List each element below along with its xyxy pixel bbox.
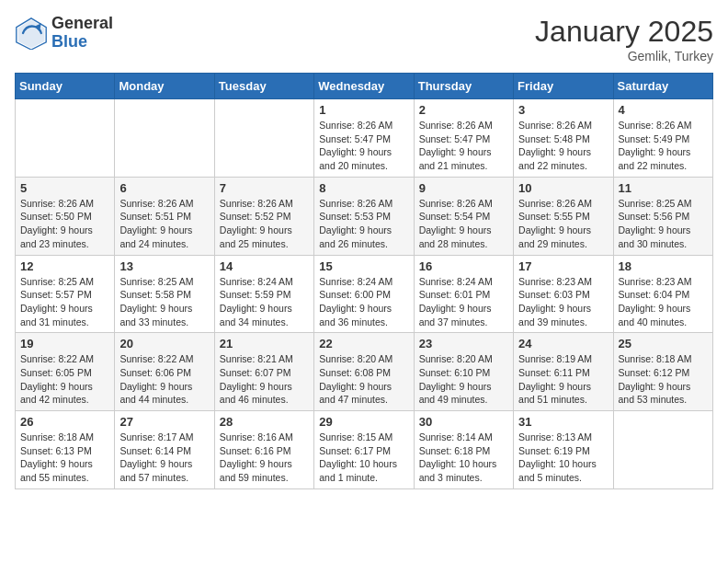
day-cell: 6Sunrise: 8:26 AMSunset: 5:51 PMDaylight…: [115, 177, 214, 255]
day-info: Sunrise: 8:26 AMSunset: 5:53 PMDaylight:…: [319, 197, 408, 251]
day-info: Sunrise: 8:23 AMSunset: 6:04 PMDaylight:…: [619, 275, 708, 329]
day-header-friday: Friday: [514, 74, 613, 99]
day-number: 8: [319, 181, 408, 195]
day-cell: 1Sunrise: 8:26 AMSunset: 5:47 PMDaylight…: [314, 99, 414, 178]
day-cell: [16, 99, 115, 178]
day-cell: 12Sunrise: 8:25 AMSunset: 5:57 PMDayligh…: [16, 255, 115, 333]
day-info: Sunrise: 8:20 AMSunset: 6:10 PMDaylight:…: [419, 352, 508, 407]
day-info: Sunrise: 8:20 AMSunset: 6:08 PMDaylight:…: [319, 352, 408, 407]
day-info: Sunrise: 8:26 AMSunset: 5:47 PMDaylight:…: [419, 119, 508, 173]
day-header-sunday: Sunday: [16, 74, 115, 99]
day-number: 17: [518, 259, 608, 273]
day-info: Sunrise: 8:25 AMSunset: 5:56 PMDaylight:…: [619, 197, 708, 251]
day-info: Sunrise: 8:26 AMSunset: 5:50 PMDaylight:…: [20, 197, 109, 251]
day-cell: 21Sunrise: 8:21 AMSunset: 6:07 PMDayligh…: [214, 333, 313, 411]
day-cell: 25Sunrise: 8:18 AMSunset: 6:12 PMDayligh…: [613, 333, 712, 411]
day-number: 13: [119, 259, 209, 273]
day-cell: 10Sunrise: 8:26 AMSunset: 5:55 PMDayligh…: [514, 177, 613, 255]
calendar-table: SundayMondayTuesdayWednesdayThursdayFrid…: [15, 73, 713, 489]
page-header: General Blue January 2025 Gemlik, Turkey: [15, 15, 713, 63]
day-cell: 24Sunrise: 8:19 AMSunset: 6:11 PMDayligh…: [514, 333, 613, 411]
title-block: January 2025 Gemlik, Turkey: [535, 15, 713, 63]
day-info: Sunrise: 8:26 AMSunset: 5:55 PMDaylight:…: [518, 197, 608, 251]
day-number: 7: [220, 181, 309, 195]
day-info: Sunrise: 8:24 AMSunset: 6:01 PMDaylight:…: [419, 275, 508, 329]
day-cell: 15Sunrise: 8:24 AMSunset: 6:00 PMDayligh…: [314, 255, 414, 333]
month-title: January 2025: [535, 15, 713, 49]
day-number: 18: [619, 259, 708, 273]
day-info: Sunrise: 8:21 AMSunset: 6:07 PMDaylight:…: [220, 352, 309, 407]
day-cell: 16Sunrise: 8:24 AMSunset: 6:01 PMDayligh…: [414, 255, 513, 333]
day-number: 1: [319, 103, 408, 117]
day-number: 20: [119, 337, 209, 350]
day-header-monday: Monday: [115, 74, 214, 99]
week-row-5: 26Sunrise: 8:18 AMSunset: 6:13 PMDayligh…: [16, 411, 713, 489]
day-cell: 18Sunrise: 8:23 AMSunset: 6:04 PMDayligh…: [613, 255, 712, 333]
day-info: Sunrise: 8:15 AMSunset: 6:17 PMDaylight:…: [319, 431, 408, 485]
day-cell: 8Sunrise: 8:26 AMSunset: 5:53 PMDaylight…: [314, 177, 414, 255]
week-row-2: 5Sunrise: 8:26 AMSunset: 5:50 PMDaylight…: [16, 177, 713, 255]
day-cell: 29Sunrise: 8:15 AMSunset: 6:17 PMDayligh…: [314, 411, 414, 489]
day-number: 22: [319, 337, 408, 350]
day-cell: 9Sunrise: 8:26 AMSunset: 5:54 PMDaylight…: [414, 177, 513, 255]
day-number: 25: [619, 337, 708, 350]
day-header-saturday: Saturday: [613, 74, 712, 99]
day-info: Sunrise: 8:22 AMSunset: 6:05 PMDaylight:…: [20, 352, 109, 407]
day-cell: 17Sunrise: 8:23 AMSunset: 6:03 PMDayligh…: [514, 255, 613, 333]
day-info: Sunrise: 8:26 AMSunset: 5:47 PMDaylight:…: [319, 119, 408, 173]
day-cell: 14Sunrise: 8:24 AMSunset: 5:59 PMDayligh…: [214, 255, 313, 333]
location: Gemlik, Turkey: [535, 49, 713, 63]
day-cell: 31Sunrise: 8:13 AMSunset: 6:19 PMDayligh…: [514, 411, 613, 489]
day-number: 24: [518, 337, 608, 350]
day-cell: 19Sunrise: 8:22 AMSunset: 6:05 PMDayligh…: [16, 333, 115, 411]
day-number: 5: [20, 181, 109, 195]
day-info: Sunrise: 8:24 AMSunset: 5:59 PMDaylight:…: [220, 275, 309, 329]
day-number: 3: [518, 103, 608, 117]
week-row-4: 19Sunrise: 8:22 AMSunset: 6:05 PMDayligh…: [16, 333, 713, 411]
day-number: 28: [220, 415, 309, 429]
logo-blue: Blue: [51, 33, 113, 52]
week-row-1: 1Sunrise: 8:26 AMSunset: 5:47 PMDaylight…: [16, 99, 713, 178]
day-number: 11: [619, 181, 708, 195]
day-cell: 11Sunrise: 8:25 AMSunset: 5:56 PMDayligh…: [613, 177, 712, 255]
day-cell: 7Sunrise: 8:26 AMSunset: 5:52 PMDaylight…: [214, 177, 313, 255]
day-cell: [115, 99, 214, 178]
day-info: Sunrise: 8:18 AMSunset: 6:12 PMDaylight:…: [619, 352, 708, 407]
week-row-3: 12Sunrise: 8:25 AMSunset: 5:57 PMDayligh…: [16, 255, 713, 333]
day-info: Sunrise: 8:26 AMSunset: 5:49 PMDaylight:…: [619, 119, 708, 173]
day-header-tuesday: Tuesday: [214, 74, 313, 99]
day-info: Sunrise: 8:14 AMSunset: 6:18 PMDaylight:…: [419, 431, 508, 485]
day-cell: 30Sunrise: 8:14 AMSunset: 6:18 PMDayligh…: [414, 411, 513, 489]
day-number: 19: [20, 337, 109, 350]
day-number: 27: [119, 415, 209, 429]
day-number: 21: [220, 337, 309, 350]
day-number: 26: [20, 415, 109, 429]
day-number: 10: [518, 181, 608, 195]
day-number: 30: [419, 415, 508, 429]
day-cell: 5Sunrise: 8:26 AMSunset: 5:50 PMDaylight…: [16, 177, 115, 255]
day-number: 6: [119, 181, 209, 195]
day-number: 14: [220, 259, 309, 273]
day-number: 29: [319, 415, 408, 429]
day-info: Sunrise: 8:26 AMSunset: 5:54 PMDaylight:…: [419, 197, 508, 251]
day-info: Sunrise: 8:26 AMSunset: 5:51 PMDaylight:…: [119, 197, 209, 251]
day-info: Sunrise: 8:17 AMSunset: 6:14 PMDaylight:…: [119, 431, 209, 485]
day-number: 23: [419, 337, 508, 350]
day-number: 12: [20, 259, 109, 273]
day-number: 9: [419, 181, 508, 195]
logo-general: General: [51, 15, 113, 33]
day-info: Sunrise: 8:25 AMSunset: 5:58 PMDaylight:…: [119, 275, 209, 329]
day-number: 2: [419, 103, 508, 117]
day-info: Sunrise: 8:22 AMSunset: 6:06 PMDaylight:…: [119, 352, 209, 407]
day-cell: 26Sunrise: 8:18 AMSunset: 6:13 PMDayligh…: [16, 411, 115, 489]
day-info: Sunrise: 8:18 AMSunset: 6:13 PMDaylight:…: [20, 431, 109, 485]
logo-icon: [15, 17, 48, 50]
day-cell: 27Sunrise: 8:17 AMSunset: 6:14 PMDayligh…: [115, 411, 214, 489]
day-info: Sunrise: 8:23 AMSunset: 6:03 PMDaylight:…: [518, 275, 608, 329]
day-info: Sunrise: 8:26 AMSunset: 5:48 PMDaylight:…: [518, 119, 608, 173]
day-number: 4: [619, 103, 708, 117]
calendar-header-row: SundayMondayTuesdayWednesdayThursdayFrid…: [16, 74, 713, 99]
day-cell: 3Sunrise: 8:26 AMSunset: 5:48 PMDaylight…: [514, 99, 613, 178]
logo: General Blue: [15, 15, 113, 52]
day-cell: 22Sunrise: 8:20 AMSunset: 6:08 PMDayligh…: [314, 333, 414, 411]
